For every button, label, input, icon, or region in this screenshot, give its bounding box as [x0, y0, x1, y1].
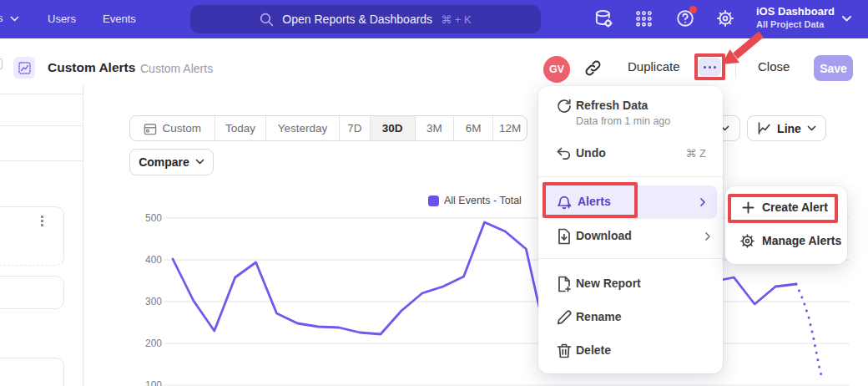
refresh-icon: [556, 98, 573, 114]
date-range-label: 6M: [466, 122, 482, 135]
date-range-12m[interactable]: 12M: [492, 116, 527, 140]
menu-item-undo[interactable]: Undo: [576, 146, 606, 160]
date-range-control: Custom Today Yesterday 7D 30D 3M 6M 12M: [129, 115, 527, 141]
submenu-item-manage-alerts[interactable]: Manage Alerts: [762, 234, 841, 247]
compare-button[interactable]: Compare: [129, 149, 214, 175]
save-button[interactable]: Save: [814, 55, 853, 81]
download-icon: [556, 228, 573, 245]
sidebar-divider: [0, 94, 83, 94]
chevron-down-icon: [807, 125, 816, 132]
chart-projection-dotted: [796, 284, 821, 375]
menu-item-refresh-data[interactable]: Refresh Data: [576, 99, 648, 112]
sidebar-card[interactable]: [0, 358, 64, 386]
chevron-right-icon: [704, 231, 711, 241]
chevron-down-icon: [10, 16, 19, 22]
notification-dot: [689, 6, 697, 13]
project-name: iOS Dashboard: [756, 5, 835, 18]
data-management-icon[interactable]: [594, 9, 613, 28]
undo-icon: [556, 145, 573, 162]
chevron-down-icon: [195, 159, 204, 165]
report-type-icon: [13, 57, 35, 79]
menu-item-undo-shortcut: ⌘ Z: [685, 147, 706, 160]
sidebar-divider: [0, 125, 83, 126]
compare-label: Compare: [139, 155, 189, 169]
date-range-label: 12M: [499, 122, 521, 135]
chart-type-button[interactable]: Line: [747, 115, 826, 141]
chevron-right-icon: [699, 197, 706, 207]
line-chart-icon: [757, 121, 771, 135]
date-range-7d[interactable]: 7D: [339, 116, 370, 140]
apps-grid-icon[interactable]: [635, 10, 653, 28]
date-range-3m[interactable]: 3M: [415, 116, 454, 140]
menu-item-new-report[interactable]: New Report: [576, 277, 641, 290]
search-input[interactable]: Open Reports & Dashboards ⌘ + K: [190, 5, 541, 33]
date-range-label: Yesterday: [278, 122, 328, 135]
project-switcher[interactable]: iOS Dashboard All Project Data: [756, 5, 835, 29]
menu-divider: [538, 258, 723, 259]
nav-item-users[interactable]: Users: [48, 13, 76, 25]
date-range-label: Custom: [163, 122, 202, 135]
date-range-label: 3M: [426, 122, 442, 135]
search-placeholder: Open Reports & Dashboards: [282, 13, 432, 26]
new-report-icon: [556, 276, 573, 292]
duplicate-button[interactable]: Duplicate: [628, 59, 680, 74]
pencil-icon: [556, 309, 573, 326]
nav-item-events[interactable]: Events: [103, 13, 136, 25]
clipped-edge-icon: [0, 58, 3, 69]
calendar-icon: [144, 122, 157, 135]
sidebar-card[interactable]: [0, 206, 64, 266]
date-range-6m[interactable]: 6M: [453, 116, 492, 140]
menu-item-refresh-sublabel: Data from 1 min ago: [576, 115, 670, 127]
project-scope: All Project Data: [756, 19, 835, 29]
date-range-30d-selected[interactable]: 30D: [370, 116, 415, 140]
date-range-custom[interactable]: Custom: [130, 116, 214, 140]
trash-icon: [556, 343, 573, 359]
settings-gear-icon[interactable]: [716, 9, 734, 28]
annotation-arrow: [716, 30, 770, 70]
annotation-box-create-alert: [728, 194, 838, 223]
annotation-box-alerts: [542, 182, 638, 218]
app-screen: s Users Events Open Reports & Dashboards…: [0, 0, 868, 386]
avatar[interactable]: GV: [543, 56, 570, 83]
gear-icon: [739, 233, 755, 249]
search-icon: [260, 13, 274, 27]
menu-item-delete[interactable]: Delete: [576, 343, 611, 357]
nav-clipped-item[interactable]: s: [0, 12, 3, 24]
chevron-down-icon: [841, 15, 852, 23]
sidebar-border: [83, 85, 83, 386]
breadcrumb: Custom Alerts: [140, 62, 213, 75]
sidebar-divider: [0, 160, 83, 161]
sidebar-card[interactable]: [0, 276, 64, 309]
menu-divider: [538, 176, 723, 177]
kebab-menu-icon[interactable]: [41, 216, 43, 226]
date-range-yesterday[interactable]: Yesterday: [265, 116, 339, 140]
search-shortcut: ⌘ + K: [441, 13, 472, 26]
copy-link-icon[interactable]: [584, 59, 602, 77]
date-range-today[interactable]: Today: [214, 116, 266, 140]
date-range-label: 7D: [347, 122, 361, 135]
date-range-label: 30D: [382, 122, 403, 135]
chart-type-label: Line: [777, 122, 801, 135]
date-range-label: Today: [225, 122, 255, 135]
menu-item-download[interactable]: Download: [576, 229, 632, 242]
more-options-menu: Refresh Data Data from 1 min ago Undo ⌘ …: [538, 86, 723, 373]
menu-item-rename[interactable]: Rename: [576, 310, 621, 323]
page-title: Custom Alerts: [48, 60, 135, 75]
